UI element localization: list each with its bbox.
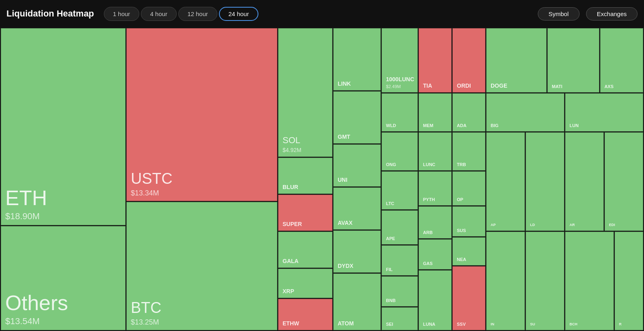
cell-big[interactable]: BIG (486, 93, 564, 132)
time-tabs: 1 hour 4 hour 12 hour 24 hour (104, 7, 259, 21)
cell-arb[interactable]: ARB (419, 206, 452, 238)
cell-fil[interactable]: FIL (382, 245, 418, 275)
cell-doge[interactable]: DOGE (486, 28, 547, 93)
cell-ape[interactable]: APE (382, 210, 418, 245)
tab-24h[interactable]: 24 hour (219, 7, 259, 21)
cell-ordi[interactable]: ORDI (452, 28, 485, 93)
cell-gala[interactable]: GALA (278, 232, 332, 268)
cell-r[interactable]: R (615, 232, 643, 330)
cell-link[interactable]: LINK (333, 28, 381, 90)
row-doge-mati-axs: DOGE MATI AXS (486, 28, 643, 93)
cell-wld[interactable]: WLD (382, 93, 418, 132)
cell-sei[interactable]: SEI (382, 307, 418, 330)
cell-axs[interactable]: AXS (600, 28, 643, 93)
tab-4h[interactable]: 4 hour (141, 7, 177, 21)
exchanges-filter-button[interactable]: Exchanges (586, 7, 638, 21)
cell-mem[interactable]: MEM (419, 93, 452, 132)
cell-sol[interactable]: SOL $4.92M (278, 28, 332, 157)
header: Liquidation Heatmap 1 hour 4 hour 12 hou… (0, 0, 644, 27)
cell-gmt[interactable]: GMT (333, 91, 381, 144)
cell-ar[interactable]: AR (565, 132, 604, 231)
row-big-lun: BIG LUN (486, 93, 643, 132)
col-ar-edi-bch-r: AR EDI BCH R (565, 132, 643, 330)
cell-1000lunc[interactable]: 1000LUNC $2.49M (382, 28, 418, 93)
cell-lun[interactable]: LUN (565, 93, 643, 132)
cell-pyth[interactable]: PYTH (419, 171, 452, 206)
cell-tia[interactable]: TIA (419, 28, 452, 93)
cell-ustc[interactable]: USTC $13.34M (126, 28, 277, 201)
col-ap-ld-in-su: AP LD IN SU (486, 132, 564, 330)
col-tia-group: TIA MEM LUNC PYTH ARB GAS LUNA (419, 28, 452, 330)
row-bch-r: BCH R (565, 232, 643, 330)
row-in-su: IN SU (486, 232, 564, 330)
tab-1h[interactable]: 1 hour (104, 7, 140, 21)
cell-ssv[interactable]: SSV (452, 266, 485, 330)
col-link-group: LINK GMT UNI AVAX DYDX ATOM (333, 28, 381, 330)
col-eth-others: ETH $18.90M Others $13.54M (1, 28, 126, 330)
cell-gas[interactable]: GAS (419, 239, 452, 269)
cell-su[interactable]: SU (526, 232, 564, 330)
cell-dydx[interactable]: DYDX (333, 230, 381, 273)
col-sol-group: SOL $4.92M BLUR SUPER GALA XRP ETHW (278, 28, 332, 330)
cell-luna[interactable]: LUNA (419, 270, 452, 330)
cell-eth[interactable]: ETH $18.90M (1, 28, 126, 225)
cell-lunc[interactable]: LUNC (419, 132, 452, 171)
cell-ap[interactable]: AP (486, 132, 525, 231)
cell-ada[interactable]: ADA (452, 93, 485, 132)
tab-12h[interactable]: 12 hour (178, 7, 217, 21)
cell-ltc[interactable]: LTC (382, 171, 418, 210)
cell-btc[interactable]: BTC $13.25M (126, 202, 277, 330)
cell-atom[interactable]: ATOM (333, 273, 381, 330)
cell-uni[interactable]: UNI (333, 144, 381, 187)
row-ap-ld: AP LD (486, 132, 564, 231)
col-ordi-group: ORDI ADA TRB OP SUS NEA SSV (452, 28, 485, 330)
col-ustc-btc: USTC $13.34M BTC $13.25M (126, 28, 277, 330)
cell-edi[interactable]: EDI (605, 132, 643, 231)
cell-others[interactable]: Others $13.54M (1, 226, 126, 330)
cell-nea[interactable]: NEA (452, 237, 485, 265)
cell-avax[interactable]: AVAX (333, 187, 381, 230)
cell-xrp[interactable]: XRP (278, 269, 332, 298)
cell-bnb[interactable]: BNB (382, 276, 418, 306)
cell-bch[interactable]: BCH (565, 232, 614, 330)
symbol-filter-button[interactable]: Symbol (538, 7, 580, 21)
cell-ong[interactable]: ONG (382, 132, 418, 171)
row-ar-edi: AR EDI (565, 132, 643, 231)
cell-trb[interactable]: TRB (452, 132, 485, 171)
heatmap: ETH $18.90M Others $13.54M USTC $13.34M … (0, 27, 644, 331)
app-title: Liquidation Heatmap (6, 8, 94, 19)
col-doge-group: DOGE MATI AXS BIG LUN AP (486, 28, 643, 330)
cell-ethw[interactable]: ETHW (278, 299, 332, 330)
cell-in[interactable]: IN (486, 232, 525, 330)
cell-blur[interactable]: BLUR (278, 158, 332, 194)
cell-super[interactable]: SUPER (278, 195, 332, 231)
col-1000lunc-group: 1000LUNC $2.49M WLD ONG LTC APE FIL BNB … (382, 28, 418, 330)
cell-op[interactable]: OP (452, 171, 485, 206)
cell-mati[interactable]: MATI (547, 28, 599, 93)
cell-sus[interactable]: SUS (452, 206, 485, 236)
cell-ld[interactable]: LD (526, 132, 564, 231)
row-small-group: AP LD IN SU AR (486, 132, 643, 330)
